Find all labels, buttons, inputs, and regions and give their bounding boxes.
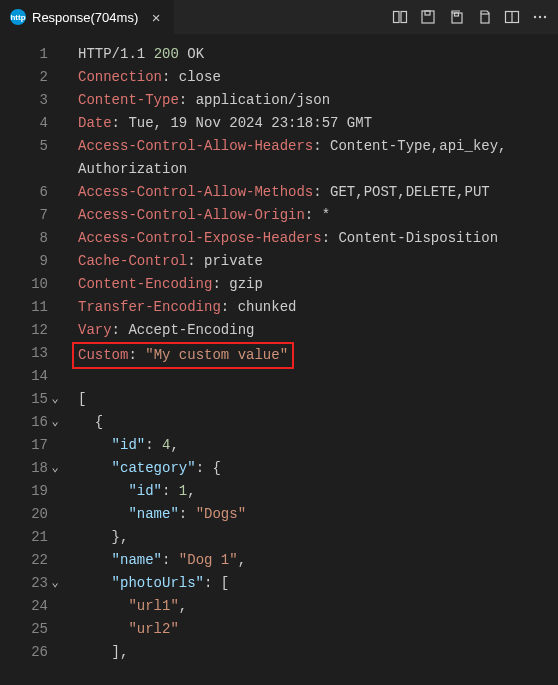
line-number: 4: [0, 112, 48, 135]
line-number: 13: [0, 342, 48, 365]
code-line: "url1",: [78, 595, 558, 618]
line-number: 11: [0, 296, 48, 319]
svg-point-10: [539, 16, 541, 18]
toolbar: [392, 9, 558, 25]
line-number: [0, 158, 48, 181]
line-number: 22: [0, 549, 48, 572]
svg-point-9: [534, 16, 536, 18]
code-line: Access-Control-Allow-Headers: Content-Ty…: [78, 135, 558, 158]
line-number: 7: [0, 204, 48, 227]
line-number: 21: [0, 526, 48, 549]
svg-point-11: [544, 16, 546, 18]
highlight-box: Custom: "My custom value": [72, 342, 294, 369]
line-number: 23⌄: [0, 572, 48, 595]
tab-title: Response(704ms): [32, 10, 138, 25]
code-line: "id": 4,: [78, 434, 558, 457]
line-number: 5: [0, 135, 48, 158]
code-line: Access-Control-Allow-Methods: GET,POST,D…: [78, 181, 558, 204]
line-number: 17: [0, 434, 48, 457]
code-line: Cache-Control: private: [78, 250, 558, 273]
line-number: 12: [0, 319, 48, 342]
line-number: 25: [0, 618, 48, 641]
line-number: 16⌄: [0, 411, 48, 434]
code-line: Transfer-Encoding: chunked: [78, 296, 558, 319]
fold-icon[interactable]: ⌄: [48, 388, 62, 411]
svg-rect-2: [422, 11, 434, 23]
split-columns-icon[interactable]: [392, 9, 408, 25]
code-line: [: [78, 388, 558, 411]
code-line: "id": 1,: [78, 480, 558, 503]
code-line: Content-Type: application/json: [78, 89, 558, 112]
line-number: 20: [0, 503, 48, 526]
more-icon[interactable]: [532, 9, 548, 25]
code-line: Vary: Accept-Encoding: [78, 319, 558, 342]
tab-bar: http Response(704ms) ×: [0, 0, 558, 35]
line-number: 3: [0, 89, 48, 112]
code-line: "name": "Dog 1",: [78, 549, 558, 572]
line-number: 15⌄: [0, 388, 48, 411]
line-number: 2: [0, 66, 48, 89]
svg-rect-3: [425, 11, 430, 15]
line-number: 10: [0, 273, 48, 296]
save-icon[interactable]: [420, 9, 436, 25]
code-line: "category": {: [78, 457, 558, 480]
fold-icon[interactable]: ⌄: [48, 572, 62, 595]
svg-rect-5: [455, 13, 459, 16]
line-number: 8: [0, 227, 48, 250]
fold-icon[interactable]: ⌄: [48, 411, 62, 434]
code-line: "photoUrls": [: [78, 572, 558, 595]
line-number: 14: [0, 365, 48, 388]
code-line: Date: Tue, 19 Nov 2024 23:18:57 GMT: [78, 112, 558, 135]
editor[interactable]: 1 2 3 4 5 6 7 8 9 10 11 12 13 14 15⌄ 16⌄…: [0, 35, 558, 664]
svg-rect-4: [452, 13, 462, 23]
line-number: 24: [0, 595, 48, 618]
svg-rect-0: [394, 12, 400, 23]
close-icon[interactable]: ×: [148, 9, 164, 25]
tab-response[interactable]: http Response(704ms) ×: [0, 0, 174, 35]
code-line: Access-Control-Expose-Headers: Content-D…: [78, 227, 558, 250]
line-number: 1: [0, 43, 48, 66]
line-number: 9: [0, 250, 48, 273]
http-icon: http: [10, 9, 26, 25]
code-area[interactable]: HTTP/1.1 200 OK Connection: close Conten…: [56, 43, 558, 664]
code-line: Access-Control-Allow-Origin: *: [78, 204, 558, 227]
line-number: 6: [0, 181, 48, 204]
svg-rect-6: [481, 14, 489, 23]
code-line: "url2": [78, 618, 558, 641]
code-line: Connection: close: [78, 66, 558, 89]
code-line: HTTP/1.1 200 OK: [78, 43, 558, 66]
line-number: 19: [0, 480, 48, 503]
code-line: Content-Encoding: gzip: [78, 273, 558, 296]
code-line-highlighted: Custom: "My custom value": [78, 342, 558, 365]
code-line: },: [78, 526, 558, 549]
line-number: 18⌄: [0, 457, 48, 480]
svg-rect-1: [401, 12, 407, 23]
save-all-icon[interactable]: [448, 9, 464, 25]
line-number: 26: [0, 641, 48, 664]
copy-icon[interactable]: [476, 9, 492, 25]
fold-icon[interactable]: ⌄: [48, 457, 62, 480]
code-line: "name": "Dogs": [78, 503, 558, 526]
code-line: Authorization: [78, 158, 558, 181]
line-gutter: 1 2 3 4 5 6 7 8 9 10 11 12 13 14 15⌄ 16⌄…: [0, 43, 56, 664]
code-line: {: [78, 411, 558, 434]
split-right-icon[interactable]: [504, 9, 520, 25]
code-line: ],: [78, 641, 558, 664]
